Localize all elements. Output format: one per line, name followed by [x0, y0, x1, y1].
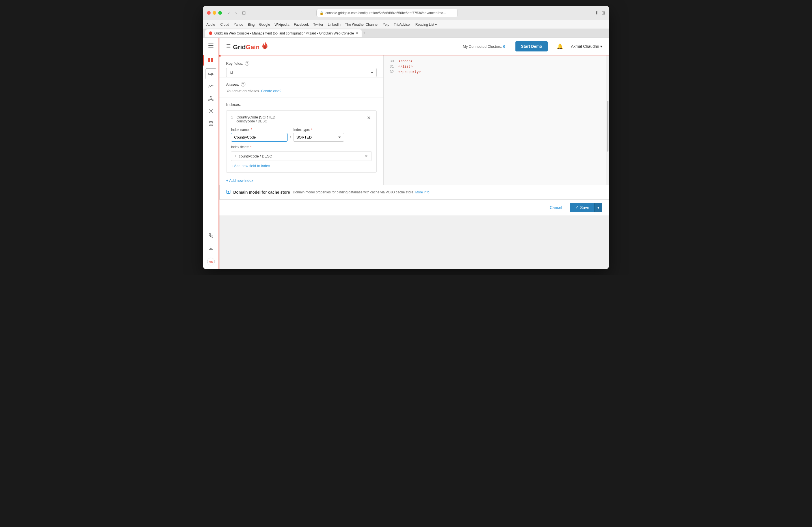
save-main-button[interactable]: ✓ Save [570, 203, 594, 212]
tab-close-icon[interactable]: ✕ [356, 31, 358, 35]
cancel-button[interactable]: Cancel [545, 203, 567, 212]
reading-list-chevron-icon: ▾ [435, 23, 437, 27]
bookmark-google[interactable]: Google [259, 23, 270, 27]
sidebar-item-cluster[interactable] [205, 93, 216, 104]
user-chevron-icon: ▾ [600, 44, 602, 49]
add-field-to-index-button[interactable]: + Add new field to index [231, 164, 270, 168]
required-star-fields: * [250, 145, 252, 149]
index-number: 1 [231, 115, 233, 119]
add-new-index-button[interactable]: + Add new index [226, 178, 253, 182]
svg-line-12 [209, 100, 211, 100]
bookmark-facebook[interactable]: Facebook [294, 23, 309, 27]
svg-rect-3 [208, 58, 211, 60]
aliases-content: You have no aliases. Create one? [226, 89, 377, 93]
sidebar-item-sql[interactable]: SQL [205, 69, 216, 79]
key-fields-help-icon[interactable]: ? [245, 61, 249, 65]
form-panel: Key fields: ? id Aliases: ? [219, 55, 383, 185]
scrollbar-thumb[interactable] [607, 101, 608, 151]
save-label: Save [580, 205, 589, 210]
sidebar: SQL [203, 38, 219, 269]
svg-rect-6 [211, 60, 213, 62]
hamburger-menu-button[interactable]: ☰ [226, 43, 231, 49]
footer-bar: Cancel ✓ Save ▾ [219, 199, 609, 216]
sidebar-item-settings[interactable] [205, 106, 216, 116]
back-button[interactable]: ‹ [227, 9, 231, 17]
index-field-summary: countrycode / DESC [236, 119, 366, 123]
tab-title: GridGain Web Console - Management tool a… [214, 31, 354, 35]
index-name-input[interactable] [231, 133, 288, 142]
svg-rect-4 [211, 58, 213, 60]
reading-list-button[interactable]: Reading List ▾ [415, 23, 437, 27]
active-tab[interactable]: 🔴 GridGain Web Console - Management tool… [205, 29, 362, 37]
header-right: My Connected Clusters: 0 Start Demo 🔔 Ak… [463, 41, 602, 52]
sidebar-item-monitoring[interactable] [205, 81, 216, 92]
logo-flame-icon [262, 44, 268, 50]
logo-gain-text: Gain [246, 44, 260, 50]
bookmark-wikipedia[interactable]: Wikipedia [275, 23, 289, 27]
svg-point-15 [209, 121, 213, 123]
remove-index-button[interactable]: ✕ [366, 115, 372, 120]
app-header: ☰ GridGain My Connected Clusters: [219, 38, 609, 55]
forward-button[interactable]: › [233, 9, 238, 17]
indexes-section: Indexes: 1 CountryCode [SORTED] countryc… [219, 98, 383, 185]
logo-grid-text: Grid [233, 44, 246, 50]
index-card-1: 1 CountryCode [SORTED] countrycode / DES… [226, 110, 377, 173]
user-menu-button[interactable]: Akmal Chaudhri ▾ [571, 44, 602, 49]
bookmark-linkedin[interactable]: LinkedIn [328, 23, 340, 27]
bookmark-apple[interactable]: Apple [206, 23, 215, 27]
scrollable-content[interactable]: Key fields: ? id Aliases: ? [219, 55, 609, 269]
traffic-lights [207, 11, 222, 15]
share-button[interactable]: ⬆ [595, 10, 598, 16]
sidebar-item-database[interactable] [205, 118, 216, 129]
bookmark-yahoo[interactable]: Yahoo [234, 23, 244, 27]
svg-line-13 [211, 100, 212, 100]
bookmark-bing[interactable]: Bing [248, 23, 255, 27]
notifications-bell-button[interactable]: 🔔 [557, 43, 563, 49]
sidebar-item-calls[interactable] [205, 230, 216, 241]
required-star-type: * [311, 128, 313, 132]
code-text-31: </list> [398, 64, 412, 70]
url-bar[interactable]: 🔒 console.gridgain.com/configuration/5c6… [316, 9, 458, 17]
aliases-help-icon[interactable]: ? [241, 82, 245, 87]
domain-more-info-link[interactable]: More info [415, 190, 430, 194]
slash-divider: / [290, 135, 291, 142]
bookmark-yelp[interactable]: Yelp [383, 23, 389, 27]
svg-rect-2 [208, 47, 214, 47]
index-type-field: Index type: * SORTEDFULLTEXTGEOSPATIAL [293, 128, 344, 142]
tabs-button[interactable]: ⊞ [601, 10, 605, 16]
bookmark-twitter[interactable]: Twitter [313, 23, 323, 27]
bookmarkbar: Apple iCloud Yahoo Bing Google Wikipedia… [203, 20, 609, 29]
index-fields-label: Index fields: * [231, 145, 372, 149]
scrollbar-track[interactable] [606, 55, 609, 185]
index-fields-container: Index fields: * 1 countrycode / DESC ✕ +… [231, 145, 372, 168]
minimize-button[interactable] [213, 11, 216, 15]
app-wrapper: SQL [203, 38, 609, 269]
sidebar-item-download[interactable] [205, 243, 216, 253]
no-aliases-text: You have no aliases. [226, 89, 260, 93]
code-line-32: 32 </property> [388, 70, 605, 75]
svg-rect-1 [208, 45, 214, 46]
save-check-icon: ✓ [575, 205, 579, 210]
sidebar-toggle-button[interactable]: ⊡ [241, 9, 247, 17]
remove-field-button[interactable]: ✕ [365, 154, 368, 158]
svg-rect-0 [208, 44, 214, 44]
save-dropdown-button[interactable]: ▾ [594, 203, 602, 212]
maximize-button[interactable] [218, 11, 222, 15]
start-demo-button[interactable]: Start Demo [516, 41, 548, 52]
create-alias-link[interactable]: Create one? [261, 89, 281, 93]
bookmark-icloud[interactable]: iCloud [220, 23, 229, 27]
sidebar-item-menu[interactable] [205, 40, 216, 51]
bookmark-tripadvisor[interactable]: TripAdvisor [394, 23, 411, 27]
sidebar-item-configuration[interactable] [205, 55, 216, 65]
new-tab-button[interactable]: + [363, 30, 366, 36]
index-type-select[interactable]: SORTEDFULLTEXTGEOSPATIAL [293, 133, 344, 142]
key-fields-select[interactable]: id [226, 68, 377, 77]
code-text-32: </property> [398, 70, 421, 75]
svg-point-10 [212, 100, 213, 101]
key-fields-label: Key fields: ? [226, 61, 377, 65]
close-button[interactable] [207, 11, 211, 15]
domain-expand-button[interactable] [227, 190, 230, 194]
bookmark-weatherchannel[interactable]: The Weather Channel [345, 23, 378, 27]
save-button-group: ✓ Save ▾ [570, 203, 602, 212]
sidebar-item-logo-badge[interactable]: iggy [205, 256, 216, 267]
